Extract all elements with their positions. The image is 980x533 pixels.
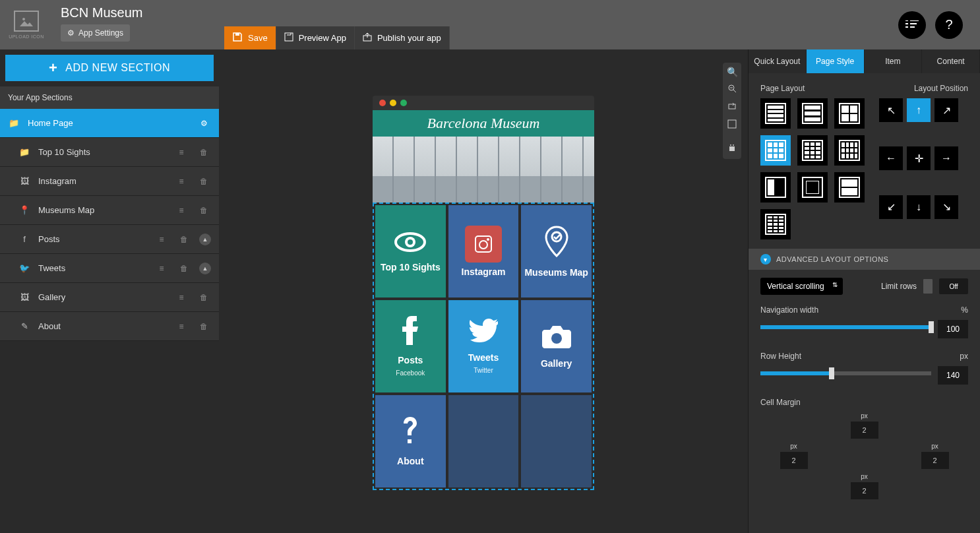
app-settings-button[interactable]: ⚙ App Settings bbox=[61, 24, 130, 42]
cell-margin-label: Cell Margin bbox=[760, 398, 801, 407]
position-option-8[interactable]: ↘ bbox=[934, 195, 958, 219]
section-icon: ✎ bbox=[18, 321, 30, 331]
rotate-button[interactable] bbox=[727, 102, 737, 113]
tab-quick-layout[interactable]: Quick Layout bbox=[749, 49, 807, 73]
layout-option-0[interactable] bbox=[760, 98, 791, 129]
preview-button[interactable]: Preview App bbox=[276, 26, 355, 49]
limit-rows-toggle[interactable] bbox=[923, 279, 933, 294]
tile-sublabel: Twitter bbox=[474, 367, 493, 374]
upload-icon-slot[interactable]: UPLOAD ICON bbox=[0, 0, 53, 49]
tile-posts[interactable]: PostsFacebook bbox=[375, 300, 446, 392]
svg-rect-14 bbox=[728, 120, 736, 128]
scroll-direction-select[interactable]: Vertical scrolling bbox=[760, 278, 843, 295]
trash-icon[interactable]: 🗑 bbox=[177, 235, 191, 244]
section-icon: 📁 bbox=[18, 147, 30, 157]
nav-width-value[interactable]: 100 bbox=[938, 320, 968, 338]
add-section-button[interactable]: + ADD NEW SECTION bbox=[5, 55, 214, 81]
tab-content[interactable]: Content bbox=[922, 49, 980, 73]
margin-right-input[interactable]: 2 bbox=[921, 452, 949, 469]
preview-grid[interactable]: Top 10 SightsInstagramMuseums MapPostsFa… bbox=[373, 203, 594, 490]
tile-label: About bbox=[397, 456, 423, 466]
trash-icon[interactable]: 🗑 bbox=[197, 177, 211, 186]
position-option-5[interactable]: → bbox=[934, 146, 958, 170]
section-item-top-10-sights[interactable]: 📁Top 10 Sights≡🗑 bbox=[0, 138, 219, 167]
layout-option-4[interactable] bbox=[797, 135, 828, 166]
tab-item[interactable]: Item bbox=[865, 49, 923, 73]
drag-handle-icon[interactable]: ≡ bbox=[154, 264, 169, 273]
tile-gallery[interactable]: Gallery bbox=[521, 300, 592, 392]
drag-handle-icon[interactable]: ≡ bbox=[174, 322, 189, 331]
section-item-instagram[interactable]: 🖼Instagram≡🗑 bbox=[0, 167, 219, 196]
section-item-about[interactable]: ✎About≡🗑 bbox=[0, 312, 219, 341]
trash-icon[interactable]: 🗑 bbox=[177, 264, 191, 273]
tile-top-10-sights[interactable]: Top 10 Sights bbox=[375, 205, 446, 298]
publish-button[interactable]: Publish your app bbox=[355, 26, 450, 49]
row-height-value[interactable]: 140 bbox=[938, 366, 968, 385]
image-placeholder-icon bbox=[14, 11, 39, 32]
left-sidebar: + ADD NEW SECTION Your App Sections 📁Hom… bbox=[0, 49, 219, 533]
position-option-7[interactable]: ↓ bbox=[907, 195, 931, 219]
margin-top-input[interactable]: 2 bbox=[851, 422, 878, 439]
layout-option-9[interactable] bbox=[760, 209, 791, 239]
drag-handle-icon[interactable]: ≡ bbox=[174, 148, 189, 157]
instagram-icon bbox=[465, 226, 502, 263]
list-view-button[interactable] bbox=[898, 11, 926, 39]
layout-option-8[interactable] bbox=[834, 172, 865, 203]
position-option-2[interactable]: ↗ bbox=[934, 98, 958, 122]
tile-tweets[interactable]: TweetsTwitter bbox=[448, 300, 519, 392]
main-toolbar: Save Preview App Publish your app bbox=[224, 26, 450, 49]
fullscreen-button[interactable] bbox=[727, 119, 737, 131]
position-option-3[interactable]: ← bbox=[879, 146, 903, 170]
drag-handle-icon[interactable]: ≡ bbox=[154, 235, 169, 244]
position-option-6[interactable]: ↙ bbox=[879, 195, 903, 219]
section-item-museums-map[interactable]: 📍Museums Map≡🗑 bbox=[0, 196, 219, 225]
save-button[interactable]: Save bbox=[224, 26, 276, 49]
row-height-slider[interactable] bbox=[760, 371, 931, 375]
tab-page-style[interactable]: Page Style bbox=[807, 49, 865, 73]
section-item-posts[interactable]: fPosts≡🗑▲ bbox=[0, 225, 219, 254]
svg-point-16 bbox=[730, 144, 731, 146]
layout-option-2[interactable] bbox=[834, 98, 865, 129]
zoom-out-button[interactable] bbox=[727, 84, 737, 95]
gear-icon[interactable]: ⚙ bbox=[197, 119, 211, 128]
trash-icon[interactable]: 🗑 bbox=[197, 322, 211, 331]
android-platform-button[interactable] bbox=[728, 144, 736, 155]
main-layout: + ADD NEW SECTION Your App Sections 📁Hom… bbox=[0, 49, 980, 533]
layout-position-options: ↖↑↗←✛→↙↓↘ bbox=[879, 98, 958, 239]
trash-icon[interactable]: 🗑 bbox=[197, 206, 211, 215]
layout-option-3[interactable] bbox=[760, 135, 791, 166]
drag-handle-icon[interactable]: ≡ bbox=[174, 293, 189, 302]
position-option-1[interactable]: ↑ bbox=[907, 98, 931, 122]
layout-option-7[interactable] bbox=[797, 172, 828, 203]
advanced-options-label: ADVANCED LAYOUT OPTIONS bbox=[776, 255, 888, 263]
page-layout-label: Page Layout bbox=[760, 84, 805, 93]
collapse-icon[interactable]: ▲ bbox=[199, 263, 211, 274]
margin-left-input[interactable]: 2 bbox=[780, 452, 808, 469]
tile-empty bbox=[448, 395, 519, 487]
tile-museums-map[interactable]: Museums Map bbox=[521, 205, 592, 298]
layout-option-6[interactable] bbox=[760, 172, 791, 203]
nav-width-slider[interactable] bbox=[760, 325, 931, 329]
section-item-tweets[interactable]: 🐦Tweets≡🗑▲ bbox=[0, 254, 219, 283]
plus-icon: + bbox=[49, 59, 57, 77]
drag-handle-icon[interactable]: ≡ bbox=[174, 206, 189, 215]
position-option-0[interactable]: ↖ bbox=[879, 98, 903, 122]
layout-option-1[interactable] bbox=[797, 98, 828, 129]
trash-icon[interactable]: 🗑 bbox=[197, 148, 211, 157]
position-option-4[interactable]: ✛ bbox=[907, 146, 931, 170]
help-button[interactable]: ? bbox=[935, 11, 963, 39]
section-item-home-page[interactable]: 📁Home Page⚙ bbox=[0, 109, 219, 138]
margin-bottom-input[interactable]: 2 bbox=[851, 482, 878, 499]
advanced-options-header[interactable]: ▾ ADVANCED LAYOUT OPTIONS bbox=[749, 249, 980, 270]
collapse-icon[interactable]: ▲ bbox=[199, 234, 211, 245]
tile-about[interactable]: About bbox=[375, 395, 446, 487]
trash-icon[interactable]: 🗑 bbox=[197, 293, 211, 302]
nav-width-unit: % bbox=[961, 305, 968, 315]
zoom-in-button[interactable]: 🔍 bbox=[727, 67, 738, 77]
tile-instagram[interactable]: Instagram bbox=[448, 205, 519, 298]
layout-option-5[interactable] bbox=[834, 135, 865, 166]
drag-handle-icon[interactable]: ≡ bbox=[174, 177, 189, 186]
app-title-area: BCN Museum ⚙ App Settings bbox=[53, 0, 150, 49]
section-item-gallery[interactable]: 🖼Gallery≡🗑 bbox=[0, 283, 219, 312]
page-style-panel: Page Layout Layout Position ↖↑↗←✛→↙↓↘ ▾ … bbox=[749, 73, 980, 513]
